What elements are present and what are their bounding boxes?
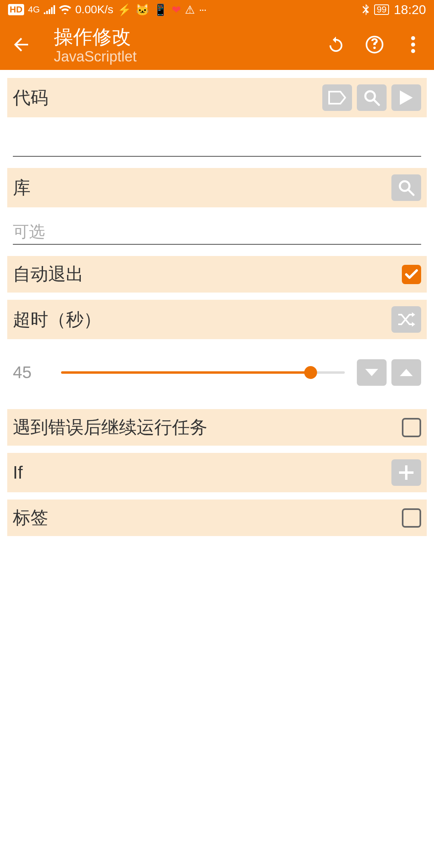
auto-exit-checkbox[interactable]: [402, 265, 421, 284]
if-row[interactable]: If: [7, 453, 427, 492]
code-section-header: 代码: [7, 78, 427, 117]
undo-button[interactable]: [325, 33, 347, 56]
tags-label: 标签: [13, 506, 402, 530]
app-bar: 操作修改 JavaScriptlet: [0, 19, 434, 70]
bluetooth-icon: [362, 4, 369, 15]
continue-on-error-checkbox[interactable]: [402, 418, 421, 437]
status-bar: HD 4G 0.00K/s ⚡ 🐱 📱 ❤ ⚠ ··· 99 18:20: [0, 0, 434, 19]
search-code-button[interactable]: [357, 84, 387, 111]
signal-icon: [44, 5, 55, 14]
if-label: If: [13, 463, 391, 483]
shuffle-button[interactable]: [391, 306, 421, 333]
search-library-button[interactable]: [391, 174, 421, 201]
tags-checkbox[interactable]: [402, 508, 421, 528]
tag-button[interactable]: [322, 84, 352, 111]
run-button[interactable]: [391, 84, 421, 111]
decrement-button[interactable]: [357, 359, 387, 386]
library-label: 库: [13, 176, 391, 200]
overflow-menu-button[interactable]: [402, 33, 424, 56]
help-button[interactable]: [363, 33, 386, 56]
code-input[interactable]: [13, 129, 421, 157]
continue-on-error-label: 遇到错误后继续运行任务: [13, 416, 402, 439]
auto-exit-row[interactable]: 自动退出: [7, 256, 427, 293]
battery-indicator: 99: [374, 4, 389, 15]
lightning-icon: ⚡: [117, 3, 131, 16]
page-subtitle: JavaScriptlet: [54, 48, 325, 65]
timeout-value: 45: [13, 363, 49, 382]
page-title: 操作修改: [54, 24, 325, 50]
app-icon-2: 📱: [154, 3, 168, 16]
back-button[interactable]: [10, 33, 34, 57]
svg-line-7: [408, 190, 414, 195]
data-speed: 0.00K/s: [75, 3, 113, 16]
auto-exit-label: 自动退出: [13, 262, 402, 286]
svg-point-2: [411, 43, 415, 47]
app-icon-1: 🐱: [135, 3, 149, 16]
timeout-slider[interactable]: [61, 371, 345, 374]
app-icon-3: ❤: [172, 3, 181, 16]
slider-thumb[interactable]: [304, 366, 317, 379]
library-input[interactable]: [13, 219, 421, 245]
svg-point-3: [411, 49, 415, 53]
timeout-section-header: 超时（秒）: [7, 300, 427, 339]
tags-row[interactable]: 标签: [7, 500, 427, 536]
add-condition-button[interactable]: [391, 459, 421, 486]
timeout-label: 超时（秒）: [13, 308, 391, 332]
warning-icon: ⚠: [185, 3, 195, 16]
more-dots: ···: [199, 3, 206, 16]
svg-point-1: [411, 36, 415, 40]
svg-line-5: [374, 100, 379, 105]
clock: 18:20: [394, 2, 426, 17]
code-label: 代码: [13, 86, 322, 110]
continue-on-error-row[interactable]: 遇到错误后继续运行任务: [7, 409, 427, 446]
wifi-icon: [59, 5, 71, 14]
library-section-header: 库: [7, 168, 427, 207]
increment-button[interactable]: [391, 359, 421, 386]
hd-badge: HD: [8, 4, 24, 15]
network-indicator: 4G: [28, 4, 40, 15]
